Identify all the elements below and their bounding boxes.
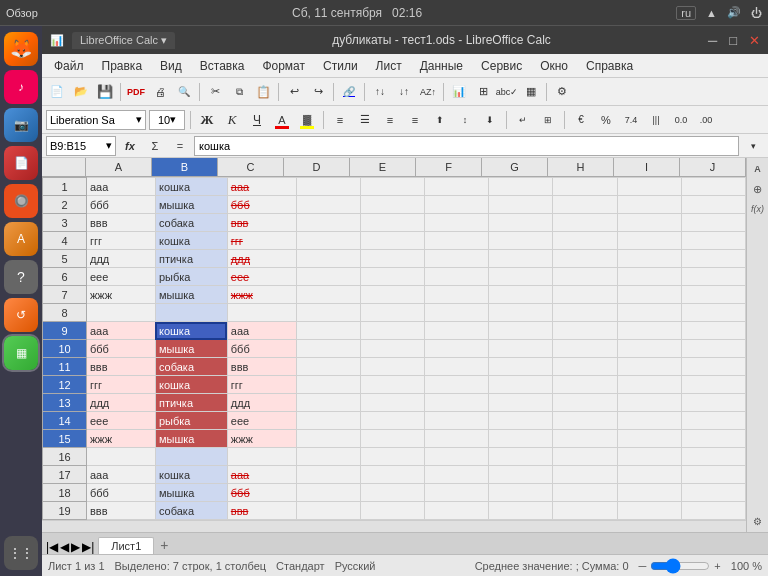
dock-firefox[interactable]: 🦊 <box>4 32 38 66</box>
cell-c5[interactable]: ддд <box>227 250 296 268</box>
cell-h1[interactable] <box>553 178 617 196</box>
cell-h11[interactable] <box>553 358 617 376</box>
cell-c6[interactable]: еее <box>227 268 296 286</box>
menu-format[interactable]: Формат <box>254 57 313 75</box>
cell-i14[interactable] <box>617 412 681 430</box>
percent-button[interactable]: % <box>595 109 617 131</box>
row-number-2[interactable]: 2 <box>43 196 87 214</box>
cell-f6[interactable] <box>425 268 489 286</box>
minimize-button[interactable]: ─ <box>708 33 717 48</box>
corner-cell[interactable] <box>42 158 86 176</box>
cell-j18[interactable] <box>681 484 745 502</box>
row-number-9[interactable]: 9 <box>43 322 87 340</box>
cell-a2[interactable]: ббб <box>87 196 156 214</box>
cell-h19[interactable] <box>553 502 617 520</box>
col-header-c[interactable]: C <box>218 158 284 176</box>
cell-e2[interactable] <box>360 196 424 214</box>
zoom-out-icon[interactable]: ─ <box>639 560 647 572</box>
cell-b8[interactable] <box>155 304 227 322</box>
cell-e17[interactable] <box>360 466 424 484</box>
cell-a6[interactable]: еее <box>87 268 156 286</box>
cell-c17[interactable]: ааа <box>227 466 296 484</box>
cell-a10[interactable]: ббб <box>87 340 156 358</box>
cell-c19[interactable]: ввв <box>227 502 296 520</box>
zoom-slider[interactable]: ─ + <box>639 560 721 572</box>
cell-g19[interactable] <box>489 502 553 520</box>
cell-i12[interactable] <box>617 376 681 394</box>
row-number-11[interactable]: 11 <box>43 358 87 376</box>
menu-styles[interactable]: Стили <box>315 57 366 75</box>
cell-i9[interactable] <box>617 322 681 340</box>
menu-edit[interactable]: Правка <box>94 57 151 75</box>
row-number-18[interactable]: 18 <box>43 484 87 502</box>
cell-f7[interactable] <box>425 286 489 304</box>
cell-j16[interactable] <box>681 448 745 466</box>
row-number-8[interactable]: 8 <box>43 304 87 322</box>
sidebar-settings-icon[interactable]: ⚙ <box>749 512 767 530</box>
cell-c13[interactable]: ддд <box>227 394 296 412</box>
cell-e3[interactable] <box>360 214 424 232</box>
dock-shotwell[interactable]: 📷 <box>4 108 38 142</box>
cell-g11[interactable] <box>489 358 553 376</box>
maximize-button[interactable]: □ <box>729 33 737 48</box>
cell-e4[interactable] <box>360 232 424 250</box>
cell-b1[interactable]: кошка <box>155 178 227 196</box>
cell-d12[interactable] <box>296 376 360 394</box>
close-button[interactable]: ✕ <box>749 33 760 48</box>
autofilter-button[interactable]: ▦ <box>520 81 542 103</box>
menu-data[interactable]: Данные <box>412 57 471 75</box>
cell-j14[interactable] <box>681 412 745 430</box>
cell-j7[interactable] <box>681 286 745 304</box>
menu-view[interactable]: Вид <box>152 57 190 75</box>
dock-evince[interactable]: 📄 <box>4 146 38 180</box>
cell-i13[interactable] <box>617 394 681 412</box>
cell-j5[interactable] <box>681 250 745 268</box>
cell-j1[interactable] <box>681 178 745 196</box>
power-icon[interactable]: ⏻ <box>751 7 762 19</box>
cell-i16[interactable] <box>617 448 681 466</box>
cell-c4[interactable]: ггг <box>227 232 296 250</box>
cell-d15[interactable] <box>296 430 360 448</box>
sidebar-functions-icon[interactable]: f(x) <box>749 200 767 218</box>
cell-g1[interactable] <box>489 178 553 196</box>
app-tab[interactable]: LibreOffice Calc ▾ <box>72 32 175 49</box>
cell-j10[interactable] <box>681 340 745 358</box>
col-header-b[interactable]: B <box>152 158 218 176</box>
row-number-17[interactable]: 17 <box>43 466 87 484</box>
merge-button[interactable]: ⊞ <box>537 109 559 131</box>
cell-c16[interactable] <box>227 448 296 466</box>
cell-i4[interactable] <box>617 232 681 250</box>
add-sheet-button[interactable]: + <box>154 536 174 554</box>
dock-calc[interactable]: ▦ <box>4 336 38 370</box>
cell-h2[interactable] <box>553 196 617 214</box>
cell-f3[interactable] <box>425 214 489 232</box>
hyperlink-button[interactable]: 🔗 <box>338 81 360 103</box>
cell-d2[interactable] <box>296 196 360 214</box>
cell-i15[interactable] <box>617 430 681 448</box>
dock-apps[interactable]: ⋮⋮ <box>4 536 38 570</box>
undo-button[interactable]: ↩ <box>283 81 305 103</box>
cell-j8[interactable] <box>681 304 745 322</box>
cell-d1[interactable] <box>296 178 360 196</box>
cell-g15[interactable] <box>489 430 553 448</box>
cell-f2[interactable] <box>425 196 489 214</box>
font-dropdown-icon[interactable]: ▾ <box>136 113 142 126</box>
cell-i19[interactable] <box>617 502 681 520</box>
row-number-10[interactable]: 10 <box>43 340 87 358</box>
cell-f15[interactable] <box>425 430 489 448</box>
cell-c10[interactable]: ббб <box>227 340 296 358</box>
cell-h16[interactable] <box>553 448 617 466</box>
font-name-selector[interactable]: Liberation Sa ▾ <box>46 110 146 130</box>
italic-button[interactable]: К <box>221 109 243 131</box>
cell-g14[interactable] <box>489 412 553 430</box>
col-header-f[interactable]: F <box>416 158 482 176</box>
cell-c9[interactable]: ааа <box>227 322 296 340</box>
currency-button[interactable]: € <box>570 109 592 131</box>
function-wizard-button[interactable]: fx <box>119 135 141 157</box>
cell-a14[interactable]: еее <box>87 412 156 430</box>
sort-desc-button[interactable]: ↓↑ <box>393 81 415 103</box>
cell-g10[interactable] <box>489 340 553 358</box>
new-button[interactable]: 📄 <box>46 81 68 103</box>
col-header-j[interactable]: J <box>680 158 746 176</box>
col-header-i[interactable]: I <box>614 158 680 176</box>
